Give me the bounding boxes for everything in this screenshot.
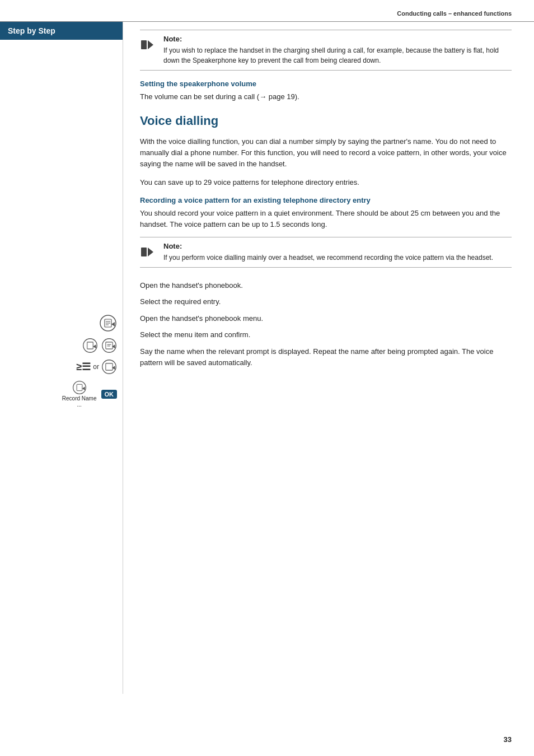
voice-dialling-intro1: With the voice dialling function, you ca… bbox=[140, 136, 512, 170]
speakerphone-heading: Setting the speakerphone volume bbox=[140, 80, 512, 88]
step3-icon-row: ≥☰ or bbox=[6, 359, 117, 375]
svg-rect-15 bbox=[106, 363, 113, 370]
svg-marker-21 bbox=[148, 40, 153, 49]
note2-icon bbox=[140, 243, 158, 261]
select-icon bbox=[101, 338, 117, 353]
step2-icon-row bbox=[6, 338, 117, 353]
step1-row: Open the handset's phonebook. bbox=[140, 279, 512, 291]
page-number: 33 bbox=[504, 735, 512, 744]
svg-rect-22 bbox=[141, 248, 147, 256]
sidebar-steps: ≥☰ or Record Nam bbox=[0, 309, 123, 416]
note1-title: Note: bbox=[163, 35, 512, 43]
record-name-dots: ... bbox=[77, 402, 81, 408]
svg-rect-10 bbox=[106, 342, 113, 349]
step4-text: Select the menu item and confirm. bbox=[140, 328, 512, 340]
phonebook-open-icon bbox=[99, 314, 117, 332]
note2-box: Note: If you perform voice dialling main… bbox=[140, 237, 512, 268]
phonebook-icon-2 bbox=[82, 338, 98, 353]
ok-badge: OK bbox=[101, 390, 118, 399]
step2-row: Select the required entry. bbox=[140, 295, 512, 307]
note2-content: Note: If you perform voice dialling main… bbox=[163, 242, 493, 263]
svg-marker-8 bbox=[93, 344, 96, 348]
step3-text: Open the handset's phonebook menu. bbox=[140, 312, 512, 324]
or-label: or bbox=[93, 363, 99, 371]
recording-text: You should record your voice pattern in … bbox=[140, 208, 512, 230]
svg-marker-23 bbox=[148, 248, 153, 256]
page-header: Conducting calls – enhanced functions bbox=[0, 0, 534, 22]
recording-heading: Recording a voice pattern for an existin… bbox=[140, 196, 512, 204]
svg-rect-20 bbox=[141, 40, 147, 49]
steps-area: Open the handset's phonebook. Select the… bbox=[140, 279, 512, 368]
menu-icon-alt bbox=[101, 359, 117, 375]
final-text: Say the name when the relevant prompt is… bbox=[140, 346, 512, 368]
step1-icon-row bbox=[6, 314, 117, 332]
svg-marker-5 bbox=[111, 322, 115, 326]
step1-text: Open the handset's phonebook. bbox=[140, 279, 512, 291]
header-title: Conducting calls – enhanced functions bbox=[397, 10, 512, 17]
note1-box: Note: If you wish to replace the handset… bbox=[140, 30, 512, 71]
note1-icon bbox=[140, 36, 158, 54]
step-by-step-label: Step by Step bbox=[0, 22, 123, 40]
note2-text: If you perform voice dialling mainly ove… bbox=[163, 253, 493, 263]
note2-title: Note: bbox=[163, 242, 493, 250]
note1-text: If you wish to replace the handset in th… bbox=[163, 45, 512, 66]
step4-icon-row: Record Name ... OK bbox=[6, 380, 117, 408]
phonebook-icon-3 bbox=[72, 380, 87, 395]
step3-row: Open the handset's phonebook menu. bbox=[140, 312, 512, 324]
voice-dialling-intro2: You can save up to 29 voice patterns for… bbox=[140, 177, 512, 188]
svg-marker-19 bbox=[82, 386, 85, 390]
voice-dialling-heading: Voice dialling bbox=[140, 114, 512, 128]
main-content: Note: If you wish to replace the handset… bbox=[123, 22, 534, 694]
step2-text: Select the required entry. bbox=[140, 295, 512, 307]
svg-rect-18 bbox=[77, 384, 82, 390]
sidebar: Step by Step bbox=[0, 22, 123, 694]
menu-lines-icon: ≥☰ bbox=[76, 361, 91, 373]
step4-row: Select the menu item and confirm. bbox=[140, 328, 512, 340]
speakerphone-text: The volume can be set during a call (→ p… bbox=[140, 91, 512, 102]
record-name-label: Record Name bbox=[62, 395, 97, 402]
svg-rect-7 bbox=[87, 342, 93, 349]
note1-content: Note: If you wish to replace the handset… bbox=[163, 35, 512, 66]
